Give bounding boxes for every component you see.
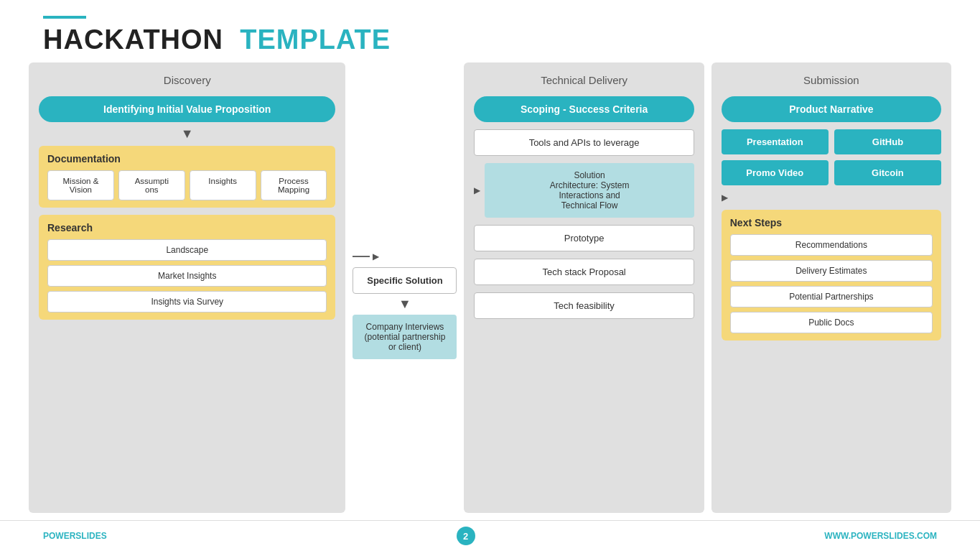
main-content: Discovery Identifying Initial Value Prop… [0,62,980,519]
footer-slides: SLIDES [75,531,106,541]
value-prop-button[interactable]: Identifying Initial Value Proposition [39,96,335,122]
col-submission: Submission Product Narrative Presentatio… [711,62,951,513]
technical-title: Technical Delivery [541,74,627,86]
sub-presentation: Presentation [722,129,829,154]
discovery-title: Discovery [164,74,211,86]
footer-brand: POWERSLIDES [43,531,107,541]
submission-title: Submission [803,74,859,86]
page-number: 2 [457,527,475,545]
nextsteps-recommendations: Recommendations [730,234,933,256]
scoping-button[interactable]: Scoping - Success Criteria [474,96,694,122]
submission-grid: Presentation GitHub Promo Video Gitcoin [722,129,941,185]
sub-gitcoin: Gitcoin [834,160,941,185]
title-bold: HACKATHON [43,24,223,55]
tech-feasibility-box: Tech feasibility [474,292,694,319]
footer: POWERSLIDES 2 WWW.POWERSLIDES.COM [0,520,980,551]
documentation-box: Documentation Mission &Vision Assumption… [39,146,335,208]
page-title: HACKATHON TEMPLATE [43,24,937,55]
sub-github: GitHub [834,129,941,154]
arrow-down-1: ▼ [181,126,194,142]
next-steps-title: Next Steps [730,217,933,228]
prototype-box: Prototype [474,225,694,251]
documentation-title: Documentation [47,153,327,165]
nextsteps-delivery: Delivery Estimates [730,260,933,282]
company-interviews-box: Company Interviews(potential partnership… [353,315,457,359]
research-item-market: Market Insights [47,265,327,287]
header-accent [43,16,86,19]
next-steps-box: Next Steps Recommendations Delivery Esti… [722,210,941,341]
arrow-to-nextsteps: ▶ [722,193,941,203]
footer-url: WWW.POWERSLIDES.COM [824,531,937,541]
research-box: Research Landscape Market Insights Insig… [39,215,335,320]
tech-stack-box: Tech stack Proposal [474,259,694,285]
page: HACKATHON TEMPLATE Discovery Identifying… [0,0,980,551]
research-item-landscape: Landscape [47,239,327,261]
tools-box: Tools and APIs to leverage [474,129,694,156]
doc-item-mission: Mission &Vision [47,170,114,200]
col-discovery: Discovery Identifying Initial Value Prop… [29,62,345,513]
middle-col: ▶ Specific Solution ▼ Company Interviews… [353,62,457,513]
research-title: Research [47,222,327,233]
nextsteps-partnerships: Potential Partnerships [730,286,933,307]
nextsteps-public-docs: Public Docs [730,312,933,333]
documentation-grid: Mission &Vision Assumptions Insights Pro… [47,170,327,200]
doc-item-assumptions: Assumptions [118,170,185,200]
solution-arch-row: ▶ SolutionArchitecture: SystemInteractio… [474,163,694,218]
doc-item-process: ProcessMapping [261,170,327,200]
title-teal: TEMPLATE [240,24,391,55]
footer-power: POWER [43,531,75,541]
doc-item-insights: Insights [190,170,256,200]
specific-solution-box: Specific Solution [353,267,457,294]
sub-promo-video: Promo Video [722,160,829,185]
col-technical: Technical Delivery Scoping - Success Cri… [464,62,704,513]
header: HACKATHON TEMPLATE [0,0,980,62]
research-item-survey: Insights via Survey [47,291,327,312]
product-narrative-button[interactable]: Product Narrative [722,96,941,122]
solution-arch-box: SolutionArchitecture: SystemInteractions… [485,163,694,218]
arrow-down-2: ▼ [398,297,411,312]
